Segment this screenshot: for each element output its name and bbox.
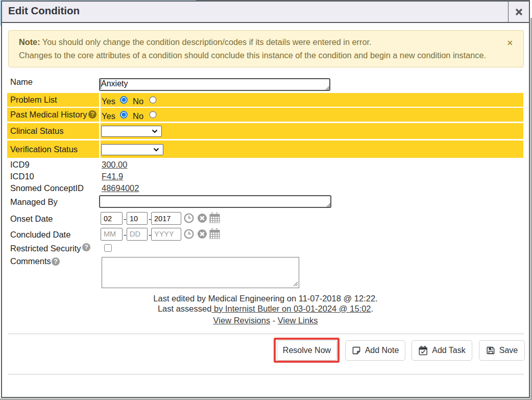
svg-text:?: ? — [84, 244, 88, 251]
svg-text:?: ? — [90, 111, 94, 118]
svg-text:?: ? — [54, 258, 58, 265]
